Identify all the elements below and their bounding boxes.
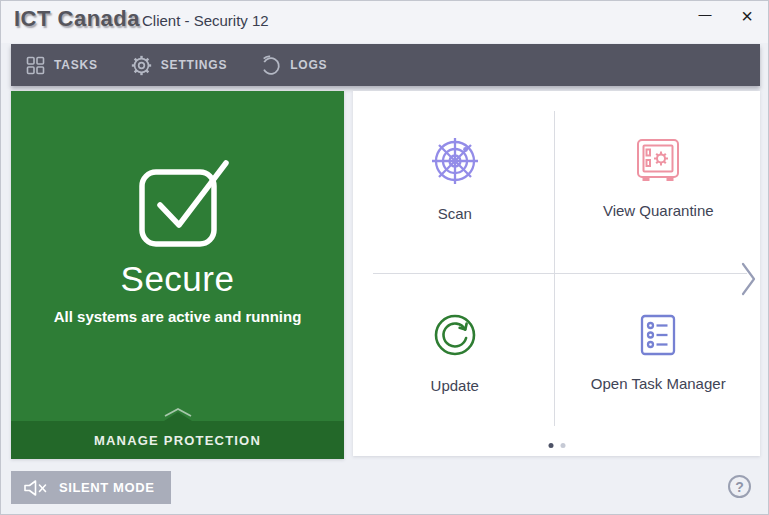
help-button[interactable]: ? bbox=[728, 475, 751, 498]
speaker-muted-icon bbox=[23, 479, 49, 497]
action-tile-label: Open Task Manager bbox=[591, 375, 726, 392]
toolbar-item-label: TASKS bbox=[54, 58, 98, 72]
toolbar-item-tasks[interactable]: TASKS bbox=[26, 56, 98, 75]
action-tile-view-quarantine[interactable]: View Quarantine bbox=[557, 91, 761, 265]
manage-protection-button[interactable]: MANAGE PROTECTION bbox=[11, 421, 344, 459]
pie-chart-icon bbox=[260, 55, 281, 76]
refresh-icon bbox=[429, 309, 481, 361]
window-title: Client - Security 12 bbox=[142, 12, 269, 29]
action-tile-open-task-manager[interactable]: Open Task Manager bbox=[557, 265, 761, 439]
action-tile-label: Update bbox=[431, 377, 479, 394]
security-state-title: Secure bbox=[11, 259, 344, 299]
pagination-dots bbox=[548, 443, 565, 448]
security-state-message: All systems are active and running bbox=[11, 308, 344, 325]
close-button[interactable]: × bbox=[734, 3, 760, 29]
toolbar-item-label: SETTINGS bbox=[161, 58, 227, 72]
action-tile-scan[interactable]: Scan bbox=[353, 91, 557, 265]
radar-icon bbox=[427, 133, 483, 189]
quick-actions-panel: Scan View Quarantine bbox=[353, 91, 760, 456]
app-logo: ICT Canada bbox=[14, 6, 140, 32]
task-list-icon bbox=[634, 311, 682, 359]
help-glyph: ? bbox=[735, 479, 744, 495]
toolbar-item-label: LOGS bbox=[290, 58, 327, 72]
page-dot-2[interactable] bbox=[560, 443, 565, 448]
toolbar-item-logs[interactable]: LOGS bbox=[260, 55, 327, 76]
gear-icon bbox=[131, 55, 152, 76]
security-status-panel: Secure All systems are active and runnin… bbox=[11, 91, 344, 459]
safe-icon bbox=[633, 136, 683, 186]
manage-protection-label: MANAGE PROTECTION bbox=[94, 433, 261, 448]
title-bar: ICT Canada Client - Security 12 — × bbox=[1, 1, 768, 43]
main-toolbar: TASKS SETTINGS LOGS bbox=[11, 44, 760, 86]
checkmark-icon bbox=[123, 153, 233, 247]
silent-mode-button[interactable]: SILENT MODE bbox=[11, 471, 171, 504]
action-tile-update[interactable]: Update bbox=[353, 265, 557, 439]
toolbar-item-settings[interactable]: SETTINGS bbox=[131, 55, 227, 76]
silent-mode-label: SILENT MODE bbox=[59, 480, 154, 495]
action-tile-label: View Quarantine bbox=[603, 202, 714, 219]
horizontal-divider bbox=[373, 273, 747, 274]
page-dot-1[interactable] bbox=[548, 443, 553, 448]
minimize-button[interactable]: — bbox=[692, 1, 718, 27]
next-page-chevron-icon[interactable] bbox=[739, 260, 758, 298]
grid-icon bbox=[26, 56, 45, 75]
action-tile-label: Scan bbox=[438, 205, 472, 222]
chevron-up-icon bbox=[162, 406, 194, 418]
actions-grid: Scan View Quarantine bbox=[353, 91, 760, 438]
vertical-divider bbox=[554, 111, 555, 426]
